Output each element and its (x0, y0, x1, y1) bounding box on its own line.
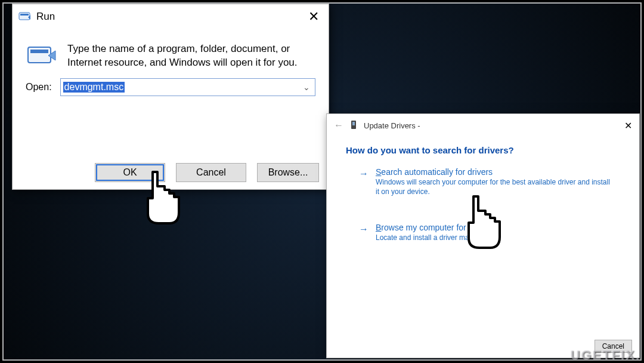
svg-rect-2 (28, 47, 51, 63)
arrow-right-icon: → (359, 168, 369, 179)
svg-rect-0 (19, 13, 30, 20)
wizard-title: Update Drivers - (364, 121, 420, 130)
open-label: Open: (26, 82, 52, 93)
ok-button[interactable]: OK (95, 163, 165, 182)
option-desc: Locate and install a driver manually. (376, 233, 614, 243)
run-titlebar: Run ✕ (13, 4, 329, 26)
run-icon (18, 11, 32, 23)
option-desc: Windows will search your computer for th… (376, 178, 614, 196)
run-help-text: Type the name of a program, folder, docu… (67, 42, 315, 70)
svg-rect-5 (352, 122, 355, 125)
run-big-icon (26, 42, 57, 70)
close-icon[interactable]: ✕ (624, 120, 632, 131)
open-combobox[interactable]: devmgmt.msc ⌄ (60, 78, 315, 96)
ok-button-label: OK (123, 167, 137, 178)
update-drivers-wizard: ← Update Drivers - ✕ How do you want to … (326, 113, 640, 358)
close-icon[interactable]: ✕ (305, 10, 323, 23)
back-arrow-icon[interactable]: ← (334, 120, 343, 131)
svg-rect-1 (20, 14, 29, 16)
wizard-question: How do you want to search for drivers? (327, 137, 639, 167)
option-title: Search automatically for drivers (376, 167, 621, 177)
run-title-text: Run (36, 11, 55, 23)
run-dialog: Run ✕ Type the name of a program, folder… (12, 4, 329, 190)
browse-button[interactable]: Browse... (257, 163, 319, 182)
option-browse-computer[interactable]: → Browse my computer for drivers Locate … (359, 223, 621, 243)
watermark: UGETFIX. (571, 347, 640, 363)
open-value: devmgmt.msc (63, 82, 125, 93)
option-search-automatically[interactable]: → Search automatically for drivers Windo… (359, 167, 621, 196)
option-title: Browse my computer for drivers (376, 223, 621, 232)
arrow-right-icon: → (359, 224, 369, 235)
cancel-button-label: Cancel (196, 167, 226, 178)
svg-rect-3 (30, 50, 48, 53)
cancel-button[interactable]: Cancel (176, 163, 246, 182)
chevron-down-icon[interactable]: ⌄ (303, 82, 312, 92)
browse-button-label: Browse... (268, 167, 308, 178)
device-icon (349, 120, 358, 131)
